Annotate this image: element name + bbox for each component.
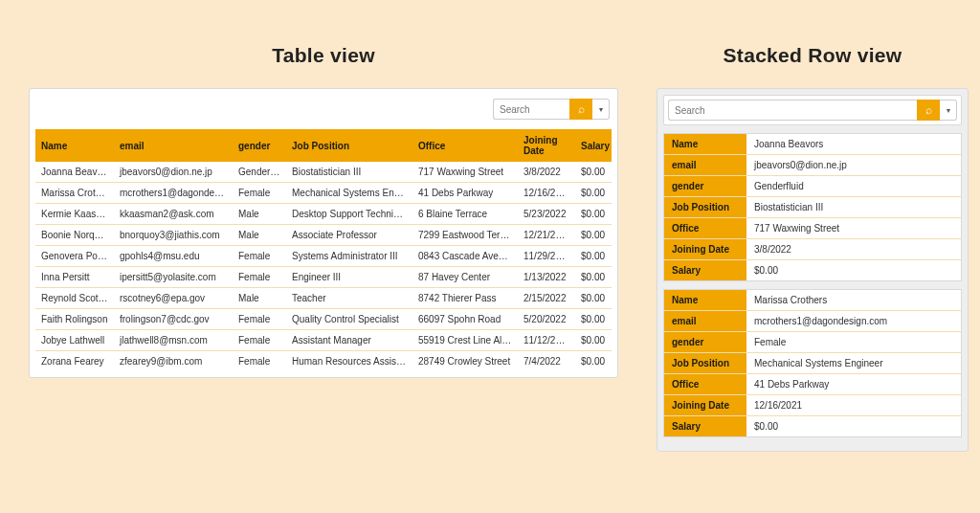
table-row[interactable]: Joanna Beavorsjbeavors0@dion.ne.jpGender… <box>35 162 612 183</box>
column-header[interactable]: Job Position <box>286 129 412 162</box>
field-value: 3/8/2022 <box>746 239 961 259</box>
cell-gender: Male <box>233 288 286 309</box>
cell-name: Marissa Crothers <box>35 183 114 204</box>
table-header-row: NameemailgenderJob PositionOfficeJoining… <box>35 129 612 162</box>
cell-email: gpohls4@msu.edu <box>114 246 233 267</box>
cell-gender: Female <box>233 330 286 351</box>
stacked-field: Salary$0.00 <box>664 260 961 280</box>
cell-position: Engineer III <box>286 267 412 288</box>
cell-email: bnorquoy3@jiathis.com <box>114 225 233 246</box>
table-row[interactable]: Reynold Scotneyrscotney6@epa.govMaleTeac… <box>35 288 612 309</box>
field-value: $0.00 <box>746 260 961 280</box>
cell-date: 3/8/2022 <box>518 162 575 183</box>
field-value: 12/16/2021 <box>746 395 961 415</box>
table-row[interactable]: Faith Rolingsonfrolingson7@cdc.govFemale… <box>35 309 612 330</box>
cell-office: 66097 Spohn Road <box>412 309 518 330</box>
search-icon <box>578 103 585 115</box>
cell-salary: $0.00 <box>575 204 612 225</box>
search-icon <box>925 104 932 116</box>
cell-gender: Male <box>233 204 286 225</box>
stacked-record[interactable]: NameMarissa Crothersemailmcrothers1@dago… <box>663 289 962 437</box>
field-label: Name <box>664 290 746 310</box>
cell-salary: $0.00 <box>575 162 612 183</box>
table-row[interactable]: Marissa Crothersmcrothers1@dagondesign.c… <box>35 183 612 204</box>
cell-gender: Male <box>233 225 286 246</box>
stacked-field: Job PositionMechanical Systems Engineer <box>664 353 961 374</box>
cell-position: Mechanical Systems Engineer <box>286 183 412 204</box>
field-label: Name <box>664 134 746 154</box>
column-header[interactable]: Salary <box>575 129 612 162</box>
cell-salary: $0.00 <box>575 330 612 351</box>
table-row[interactable]: Jobye Lathwelljlathwell8@msn.comFemaleAs… <box>35 330 612 351</box>
stacked-field: Joining Date12/16/2021 <box>664 395 961 416</box>
field-label: gender <box>664 332 746 352</box>
cell-name: Joanna Beavors <box>35 162 114 183</box>
column-header[interactable]: email <box>114 129 233 162</box>
field-value: 41 Debs Parkway <box>746 374 961 394</box>
field-value: 717 Waxwing Street <box>746 218 961 238</box>
field-label: Job Position <box>664 197 746 217</box>
cell-position: Quality Control Specialist <box>286 309 412 330</box>
field-value: Female <box>746 332 961 352</box>
chevron-down-icon: ▾ <box>947 106 950 115</box>
cell-gender: Genderfluid <box>233 162 286 183</box>
stacked-field: NameMarissa Crothers <box>664 290 961 311</box>
field-label: Office <box>664 218 746 238</box>
cell-gender: Female <box>233 183 286 204</box>
table-row[interactable]: Boonie Norquoybnorquoy3@jiathis.comMaleA… <box>35 225 612 246</box>
column-header[interactable]: Office <box>412 129 518 162</box>
cell-office: 87 Havey Center <box>412 267 518 288</box>
field-value: Mechanical Systems Engineer <box>746 353 961 373</box>
cell-gender: Female <box>233 246 286 267</box>
table-view-title: Table view <box>29 44 618 67</box>
cell-office: 28749 Crowley Street <box>412 351 518 372</box>
cell-date: 11/29/2021 <box>518 246 575 267</box>
stacked-field: genderGenderfluid <box>664 176 961 197</box>
table-row[interactable]: Genovera Pohlsgpohls4@msu.eduFemaleSyste… <box>35 246 612 267</box>
cell-name: Boonie Norquoy <box>35 225 114 246</box>
field-label: email <box>664 311 746 331</box>
cell-name: Faith Rolingson <box>35 309 114 330</box>
cell-name: Jobye Lathwell <box>35 330 114 351</box>
cell-date: 11/12/2021 <box>518 330 575 351</box>
stacked-record[interactable]: NameJoanna Beavorsemailjbeavors0@dion.ne… <box>663 133 962 281</box>
search-input[interactable] <box>493 99 569 120</box>
cell-salary: $0.00 <box>575 225 612 246</box>
chevron-down-icon: ▾ <box>599 105 603 114</box>
cell-email: jbeavors0@dion.ne.jp <box>114 162 233 183</box>
cell-office: 7299 Eastwood Terrace <box>412 225 518 246</box>
cell-gender: Female <box>233 351 286 372</box>
cell-position: Assistant Manager <box>286 330 412 351</box>
cell-office: 6 Blaine Terrace <box>412 204 518 225</box>
cell-date: 7/4/2022 <box>518 351 575 372</box>
column-header[interactable]: Joining Date <box>518 129 575 162</box>
column-header[interactable]: Name <box>35 129 114 162</box>
cell-position: Associate Professor <box>286 225 412 246</box>
column-header[interactable]: gender <box>233 129 286 162</box>
field-value: Joanna Beavors <box>746 134 961 154</box>
field-value: Marissa Crothers <box>746 290 961 310</box>
stacked-view-card: ▾ NameJoanna Beavorsemailjbeavors0@dion.… <box>657 88 969 452</box>
stacked-field: emailmcrothers1@dagondesign.com <box>664 311 961 332</box>
search-button[interactable] <box>569 99 592 120</box>
table-row[interactable]: Zorana Feareyzfearey9@ibm.comFemaleHuman… <box>35 351 612 372</box>
table-row[interactable]: Kermie Kaasmankkaasman2@ask.comMaleDeskt… <box>35 204 612 225</box>
field-label: Salary <box>664 416 746 436</box>
field-value: $0.00 <box>746 416 961 436</box>
cell-gender: Female <box>233 267 286 288</box>
cell-name: Reynold Scotney <box>35 288 114 309</box>
stacked-field: genderFemale <box>664 332 961 353</box>
cell-salary: $0.00 <box>575 288 612 309</box>
table-row[interactable]: Inna Persittipersitt5@yolasite.comFemale… <box>35 267 612 288</box>
cell-date: 12/16/2021 <box>518 183 575 204</box>
cell-name: Genovera Pohls <box>35 246 114 267</box>
search-options-toggle[interactable]: ▾ <box>940 100 957 121</box>
field-value: Biostatistician III <box>746 197 961 217</box>
search-input[interactable] <box>668 100 917 121</box>
field-label: gender <box>664 176 746 196</box>
cell-date: 12/21/2021 <box>518 225 575 246</box>
cell-position: Human Resources Assistant IV <box>286 351 412 372</box>
search-options-toggle[interactable]: ▾ <box>592 99 610 120</box>
field-label: email <box>664 155 746 175</box>
search-button[interactable] <box>917 100 940 121</box>
